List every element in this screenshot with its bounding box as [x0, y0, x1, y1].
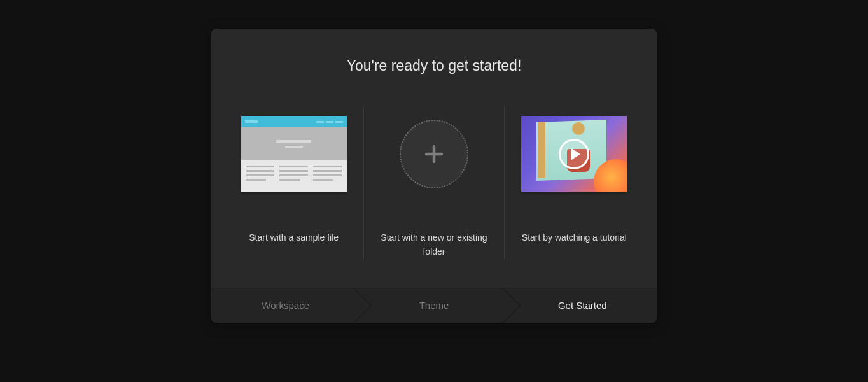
stepper-nav: Workspace Theme Get Started — [211, 288, 657, 323]
video-tutorial-graphic — [520, 106, 628, 202]
step-get-started[interactable]: Get Started — [508, 288, 657, 323]
plus-icon — [400, 120, 468, 188]
step-label: Get Started — [558, 300, 607, 311]
onboarding-dialog: You're ready to get started! — [211, 29, 657, 323]
option-label: Start with a new or existing folder — [374, 230, 494, 259]
dialog-header: You're ready to get started! — [211, 29, 657, 106]
dialog-title: You're ready to get started! — [224, 57, 644, 74]
option-sample-file[interactable]: Start with a sample file — [224, 106, 364, 259]
option-label: Start by watching a tutorial — [522, 230, 627, 244]
options-row: Start with a sample file Start with a ne… — [211, 106, 657, 288]
option-new-folder[interactable]: Start with a new or existing folder — [364, 106, 504, 259]
step-label: Workspace — [262, 300, 309, 311]
play-icon — [559, 139, 589, 169]
option-tutorial[interactable]: Start by watching a tutorial — [505, 106, 644, 259]
step-workspace[interactable]: Workspace — [211, 288, 360, 323]
plus-circle-graphic — [380, 106, 488, 202]
step-theme[interactable]: Theme — [360, 288, 508, 323]
sample-file-graphic — [240, 106, 348, 202]
option-label: Start with a sample file — [249, 230, 339, 244]
step-label: Theme — [419, 300, 449, 311]
